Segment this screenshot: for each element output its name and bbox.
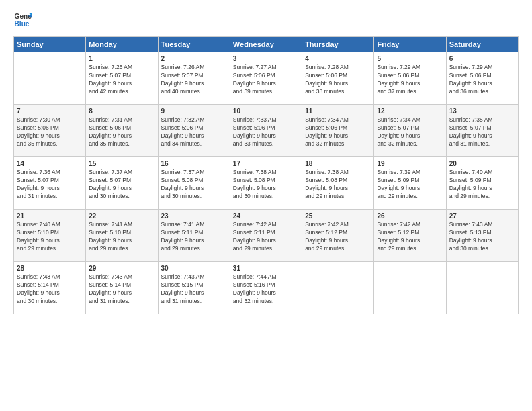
calendar-cell: 27Sunrise: 7:43 AMSunset: 5:13 PMDayligh… — [446, 210, 518, 262]
calendar-cell: 31Sunrise: 7:44 AMSunset: 5:16 PMDayligh… — [230, 262, 302, 314]
calendar-cell: 6Sunrise: 7:29 AMSunset: 5:06 PMDaylight… — [446, 52, 518, 105]
calendar-cell: 19Sunrise: 7:39 AMSunset: 5:09 PMDayligh… — [374, 157, 446, 210]
day-detail: Sunrise: 7:42 AMSunset: 5:12 PMDaylight:… — [305, 221, 371, 253]
day-number: 3 — [233, 55, 299, 62]
column-header-thursday: Thursday — [302, 37, 374, 52]
day-detail: Sunrise: 7:43 AMSunset: 5:13 PMDaylight:… — [449, 221, 515, 253]
week-row-4: 21Sunrise: 7:40 AMSunset: 5:10 PMDayligh… — [14, 210, 519, 262]
day-detail: Sunrise: 7:38 AMSunset: 5:08 PMDaylight:… — [305, 169, 371, 201]
day-number: 6 — [449, 55, 515, 62]
calendar-cell: 2Sunrise: 7:26 AMSunset: 5:07 PMDaylight… — [158, 52, 230, 105]
calendar-table: SundayMondayTuesdayWednesdayThursdayFrid… — [13, 36, 519, 314]
day-number: 18 — [305, 160, 371, 167]
column-header-sunday: Sunday — [14, 37, 86, 52]
calendar-cell: 9Sunrise: 7:32 AMSunset: 5:06 PMDaylight… — [158, 105, 230, 157]
calendar-cell: 18Sunrise: 7:38 AMSunset: 5:08 PMDayligh… — [302, 157, 374, 210]
day-number: 12 — [377, 107, 443, 115]
calendar-cell — [374, 262, 446, 314]
column-header-tuesday: Tuesday — [158, 37, 230, 52]
day-number: 15 — [89, 160, 154, 167]
week-row-5: 28Sunrise: 7:43 AMSunset: 5:14 PMDayligh… — [14, 262, 519, 314]
day-number: 27 — [449, 212, 515, 220]
day-detail: Sunrise: 7:28 AMSunset: 5:06 PMDaylight:… — [305, 64, 371, 96]
calendar-cell: 7Sunrise: 7:30 AMSunset: 5:06 PMDaylight… — [14, 105, 86, 157]
day-number: 20 — [449, 160, 515, 167]
day-detail: Sunrise: 7:42 AMSunset: 5:11 PMDaylight:… — [233, 221, 299, 253]
calendar-cell: 26Sunrise: 7:42 AMSunset: 5:12 PMDayligh… — [374, 210, 446, 262]
calendar-cell — [446, 262, 518, 314]
day-number: 31 — [233, 265, 299, 272]
day-number: 29 — [89, 265, 154, 272]
calendar-cell: 12Sunrise: 7:34 AMSunset: 5:07 PMDayligh… — [374, 105, 446, 157]
calendar-cell: 21Sunrise: 7:40 AMSunset: 5:10 PMDayligh… — [14, 210, 86, 262]
calendar-cell: 3Sunrise: 7:27 AMSunset: 5:06 PMDaylight… — [230, 52, 302, 105]
calendar-header-row: SundayMondayTuesdayWednesdayThursdayFrid… — [14, 37, 519, 52]
day-detail: Sunrise: 7:44 AMSunset: 5:16 PMDaylight:… — [233, 273, 299, 306]
calendar-cell: 5Sunrise: 7:29 AMSunset: 5:06 PMDaylight… — [374, 52, 446, 105]
day-detail: Sunrise: 7:26 AMSunset: 5:07 PMDaylight:… — [161, 64, 227, 96]
calendar-body: 1Sunrise: 7:25 AMSunset: 5:07 PMDaylight… — [14, 52, 519, 314]
day-number: 23 — [161, 212, 227, 220]
logo: General Blue — [13, 11, 32, 30]
day-detail: Sunrise: 7:36 AMSunset: 5:07 PMDaylight:… — [17, 169, 83, 201]
calendar-cell: 25Sunrise: 7:42 AMSunset: 5:12 PMDayligh… — [302, 210, 374, 262]
day-detail: Sunrise: 7:32 AMSunset: 5:06 PMDaylight:… — [161, 116, 227, 148]
calendar-cell: 11Sunrise: 7:34 AMSunset: 5:06 PMDayligh… — [302, 105, 374, 157]
day-detail: Sunrise: 7:35 AMSunset: 5:07 PMDaylight:… — [449, 116, 515, 148]
column-header-wednesday: Wednesday — [230, 37, 302, 52]
day-number: 5 — [377, 55, 443, 62]
day-detail: Sunrise: 7:34 AMSunset: 5:07 PMDaylight:… — [377, 116, 443, 148]
day-number: 14 — [17, 160, 83, 167]
week-row-3: 14Sunrise: 7:36 AMSunset: 5:07 PMDayligh… — [14, 157, 519, 210]
day-number: 17 — [233, 160, 299, 167]
header: General Blue — [13, 11, 519, 30]
day-detail: Sunrise: 7:29 AMSunset: 5:06 PMDaylight:… — [377, 64, 443, 96]
day-number: 19 — [377, 160, 443, 167]
calendar-cell: 28Sunrise: 7:43 AMSunset: 5:14 PMDayligh… — [14, 262, 86, 314]
calendar-cell: 4Sunrise: 7:28 AMSunset: 5:06 PMDaylight… — [302, 52, 374, 105]
day-detail: Sunrise: 7:40 AMSunset: 5:09 PMDaylight:… — [449, 169, 515, 201]
day-detail: Sunrise: 7:37 AMSunset: 5:08 PMDaylight:… — [161, 169, 227, 201]
calendar-cell: 8Sunrise: 7:31 AMSunset: 5:06 PMDaylight… — [86, 105, 158, 157]
day-number: 25 — [305, 212, 371, 220]
calendar-cell: 1Sunrise: 7:25 AMSunset: 5:07 PMDaylight… — [86, 52, 158, 105]
day-detail: Sunrise: 7:37 AMSunset: 5:07 PMDaylight:… — [89, 169, 154, 201]
day-number: 2 — [161, 55, 227, 62]
calendar-cell: 23Sunrise: 7:41 AMSunset: 5:11 PMDayligh… — [158, 210, 230, 262]
day-detail: Sunrise: 7:43 AMSunset: 5:15 PMDaylight:… — [161, 273, 227, 306]
calendar-cell: 10Sunrise: 7:33 AMSunset: 5:06 PMDayligh… — [230, 105, 302, 157]
day-detail: Sunrise: 7:38 AMSunset: 5:08 PMDaylight:… — [233, 169, 299, 201]
day-detail: Sunrise: 7:39 AMSunset: 5:09 PMDaylight:… — [377, 169, 443, 201]
day-detail: Sunrise: 7:25 AMSunset: 5:07 PMDaylight:… — [89, 64, 154, 96]
day-detail: Sunrise: 7:42 AMSunset: 5:12 PMDaylight:… — [377, 221, 443, 253]
day-detail: Sunrise: 7:43 AMSunset: 5:14 PMDaylight:… — [89, 273, 154, 306]
calendar-cell — [14, 52, 86, 105]
day-number: 24 — [233, 212, 299, 220]
day-number: 8 — [89, 107, 154, 115]
day-number: 1 — [89, 55, 154, 62]
day-number: 30 — [161, 265, 227, 272]
day-number: 11 — [305, 107, 371, 115]
day-detail: Sunrise: 7:34 AMSunset: 5:06 PMDaylight:… — [305, 116, 371, 148]
day-detail: Sunrise: 7:33 AMSunset: 5:06 PMDaylight:… — [233, 116, 299, 148]
day-detail: Sunrise: 7:29 AMSunset: 5:06 PMDaylight:… — [449, 64, 515, 96]
day-detail: Sunrise: 7:27 AMSunset: 5:06 PMDaylight:… — [233, 64, 299, 96]
day-number: 10 — [233, 107, 299, 115]
day-detail: Sunrise: 7:41 AMSunset: 5:11 PMDaylight:… — [161, 221, 227, 253]
day-detail: Sunrise: 7:30 AMSunset: 5:06 PMDaylight:… — [17, 116, 83, 148]
day-number: 26 — [377, 212, 443, 220]
day-number: 13 — [449, 107, 515, 115]
calendar-cell: 16Sunrise: 7:37 AMSunset: 5:08 PMDayligh… — [158, 157, 230, 210]
column-header-monday: Monday — [86, 37, 158, 52]
logo-icon: General Blue — [13, 11, 32, 30]
day-number: 28 — [17, 265, 83, 272]
day-number: 21 — [17, 212, 83, 220]
day-number: 22 — [89, 212, 154, 220]
calendar-cell — [302, 262, 374, 314]
week-row-2: 7Sunrise: 7:30 AMSunset: 5:06 PMDaylight… — [14, 105, 519, 157]
week-row-1: 1Sunrise: 7:25 AMSunset: 5:07 PMDaylight… — [14, 52, 519, 105]
calendar-cell: 17Sunrise: 7:38 AMSunset: 5:08 PMDayligh… — [230, 157, 302, 210]
calendar-cell: 15Sunrise: 7:37 AMSunset: 5:07 PMDayligh… — [86, 157, 158, 210]
day-number: 16 — [161, 160, 227, 167]
calendar-cell: 24Sunrise: 7:42 AMSunset: 5:11 PMDayligh… — [230, 210, 302, 262]
